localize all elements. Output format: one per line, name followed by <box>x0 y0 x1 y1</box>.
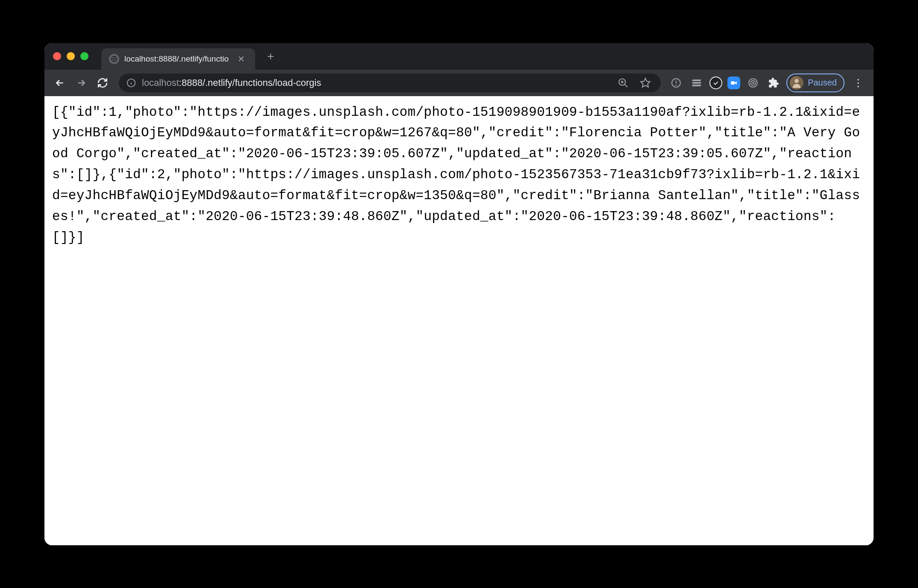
browser-tab[interactable]: localhost:8888/.netlify/functio ✕ <box>101 48 255 70</box>
reload-button[interactable] <box>94 74 111 91</box>
url-path: :8888/.netlify/functions/load-corgis <box>179 77 321 88</box>
profile-label: Paused <box>808 78 837 88</box>
maximize-window-button[interactable] <box>80 52 88 60</box>
buffer-extension-icon[interactable] <box>689 75 704 91</box>
svg-point-11 <box>676 85 677 85</box>
forward-button[interactable] <box>73 74 90 91</box>
browser-window: localhost:8888/.netlify/functio ✕ + loca… <box>44 43 874 545</box>
json-response-body[interactable]: [{"id":1,"photo":"https://images.unsplas… <box>52 102 866 249</box>
svg-rect-12 <box>731 81 735 85</box>
url-text: localhost:8888/.netlify/functions/load-c… <box>142 77 609 88</box>
site-info-icon[interactable] <box>127 78 136 88</box>
titlebar: localhost:8888/.netlify/functio ✕ + <box>44 43 874 70</box>
checkmark-extension-icon[interactable] <box>709 76 722 89</box>
zoom-app-extension-icon[interactable] <box>727 76 740 89</box>
svg-line-5 <box>624 84 627 87</box>
profile-button[interactable]: Paused <box>786 74 844 92</box>
toolbar: localhost:8888/.netlify/functions/load-c… <box>44 70 874 96</box>
target-extension-icon[interactable] <box>745 75 761 91</box>
svg-marker-8 <box>641 78 650 87</box>
url-host: localhost <box>142 77 179 88</box>
zoom-icon[interactable] <box>615 75 631 91</box>
menu-button[interactable]: ⋮ <box>850 77 867 89</box>
extensions-icon[interactable] <box>766 75 781 91</box>
new-tab-button[interactable]: + <box>263 50 278 63</box>
info-extension-icon[interactable] <box>668 75 684 91</box>
tab-title: localhost:8888/.netlify/functio <box>124 54 230 64</box>
globe-icon <box>109 54 119 64</box>
svg-point-16 <box>753 82 753 83</box>
page-content: [{"id":1,"photo":"https://images.unsplas… <box>44 96 874 545</box>
close-window-button[interactable] <box>53 52 61 60</box>
window-controls <box>53 52 88 60</box>
bookmark-icon[interactable] <box>638 75 653 91</box>
svg-point-17 <box>794 79 798 82</box>
avatar-icon <box>790 76 803 90</box>
close-tab-button[interactable]: ✕ <box>235 53 247 65</box>
back-button[interactable] <box>51 74 68 91</box>
toolbar-extensions: Paused ⋮ <box>668 74 867 92</box>
address-bar[interactable]: localhost:8888/.netlify/functions/load-c… <box>119 74 661 92</box>
svg-marker-13 <box>735 81 737 85</box>
minimize-window-button[interactable] <box>67 52 75 60</box>
